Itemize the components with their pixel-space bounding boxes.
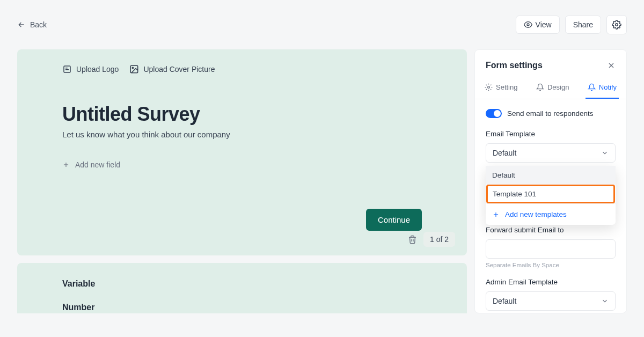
- chevron-down-icon: [601, 297, 609, 305]
- tab-setting-label: Setting: [496, 83, 517, 91]
- share-label: Share: [573, 20, 593, 29]
- form-settings-panel: Form settings Setting Design: [474, 49, 627, 313]
- admin-template-label: Admin Email Template: [486, 278, 616, 286]
- eye-icon: [524, 20, 532, 29]
- back-button[interactable]: Back: [17, 20, 47, 29]
- upload-cover-button[interactable]: Upload Cover Picture: [129, 64, 215, 74]
- upload-logo-button[interactable]: Upload Logo: [62, 64, 119, 74]
- tab-design-label: Design: [547, 83, 569, 91]
- dropdown-option-template101[interactable]: Template 101: [486, 185, 615, 203]
- gear-icon: [612, 20, 621, 30]
- tab-notify[interactable]: Notify: [586, 78, 619, 99]
- plus-icon: [62, 161, 70, 169]
- sidebar-title: Form settings: [486, 61, 543, 70]
- logo-upload-icon: [62, 64, 72, 74]
- email-template-select[interactable]: Default: [486, 143, 616, 163]
- plus-icon: [492, 211, 500, 218]
- forward-email-input[interactable]: [486, 239, 616, 259]
- admin-template-selected: Default: [493, 297, 516, 305]
- trash-icon: [408, 235, 417, 244]
- chevron-down-icon: [601, 149, 609, 157]
- gear-icon: [485, 83, 493, 91]
- dropdown-option-default[interactable]: Default: [486, 166, 616, 185]
- forward-email-hint: Separate Emails By Space: [486, 262, 616, 268]
- upload-logo-label: Upload Logo: [76, 65, 119, 74]
- add-new-templates-button[interactable]: Add new templates: [486, 203, 616, 225]
- field-variable[interactable]: Variable: [62, 279, 422, 289]
- back-label: Back: [30, 20, 47, 29]
- view-button[interactable]: View: [516, 16, 560, 34]
- forward-email-label: Forward submit Email to: [486, 226, 616, 234]
- svg-point-0: [527, 24, 529, 26]
- settings-button[interactable]: [606, 15, 627, 34]
- bell-icon: [588, 83, 596, 91]
- image-icon: [129, 64, 139, 74]
- toggle-knob: [494, 110, 501, 117]
- continue-button[interactable]: Continue: [366, 209, 422, 231]
- arrow-left-icon: [17, 20, 26, 29]
- share-button[interactable]: Share: [565, 16, 601, 34]
- email-template-label: Email Template: [486, 130, 616, 138]
- add-new-templates-label: Add new templates: [505, 210, 567, 218]
- admin-template-select[interactable]: Default: [486, 291, 616, 311]
- add-field-label: Add new field: [75, 160, 120, 169]
- view-label: View: [536, 20, 552, 29]
- close-panel-button[interactable]: [607, 61, 616, 70]
- email-template-dropdown: Default Template 101 Add new templates: [486, 166, 616, 225]
- bell-icon: [536, 83, 544, 91]
- send-email-toggle[interactable]: [486, 109, 502, 118]
- close-icon: [607, 61, 616, 70]
- tab-setting[interactable]: Setting: [482, 78, 519, 99]
- send-email-label: Send email to respondents: [507, 109, 594, 118]
- upload-cover-label: Upload Cover Picture: [143, 65, 215, 74]
- continue-label: Continue: [378, 215, 410, 224]
- page-indicator: 1 of 2: [423, 232, 455, 247]
- form-card: Upload Logo Upload Cover Picture Untitle…: [17, 49, 467, 255]
- delete-page-button[interactable]: [408, 235, 417, 244]
- email-template-selected: Default: [493, 149, 516, 157]
- form-subtitle[interactable]: Let us know what you think about our com…: [62, 130, 422, 139]
- tab-design[interactable]: Design: [534, 78, 571, 99]
- svg-point-5: [488, 86, 490, 89]
- add-field-button[interactable]: Add new field: [62, 160, 120, 169]
- field-number[interactable]: Number: [62, 303, 422, 312]
- tab-notify-label: Notify: [599, 83, 617, 91]
- form-title[interactable]: Untitled Survey: [62, 103, 422, 126]
- svg-point-4: [133, 67, 134, 68]
- form-fields-card: Variable Number: [17, 263, 467, 313]
- svg-point-1: [616, 24, 618, 26]
